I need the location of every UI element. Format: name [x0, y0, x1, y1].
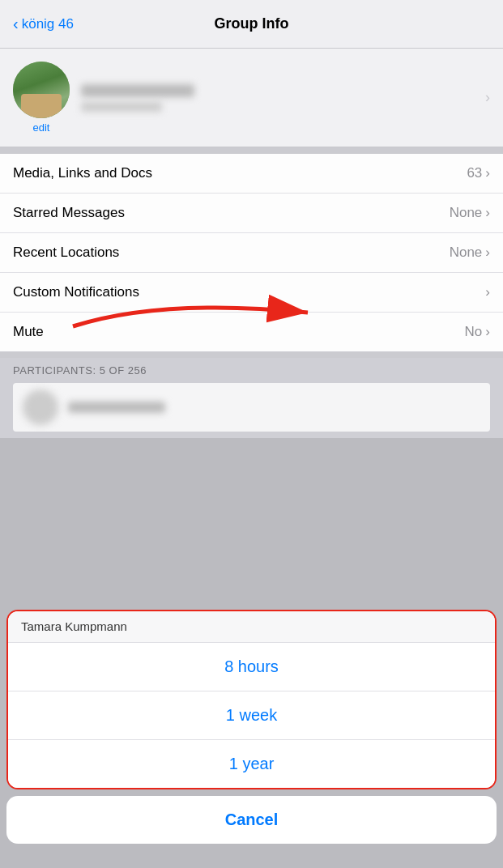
locations-value: None: [450, 245, 483, 261]
page-title: Group Info: [215, 15, 289, 32]
nav-back-button[interactable]: ‹ könig 46: [13, 15, 74, 33]
media-links-docs-value: 63 ›: [467, 165, 490, 181]
nav-bar: ‹ könig 46 Group Info: [0, 0, 503, 49]
media-chevron-icon: ›: [485, 165, 490, 181]
option-1-week-label: 1 week: [226, 706, 277, 725]
starred-chevron-icon: ›: [485, 205, 490, 221]
mute-status: No: [465, 324, 483, 340]
media-links-docs-row[interactable]: Media, Links and Docs 63 ›: [0, 154, 503, 194]
starred-messages-label: Starred Messages: [13, 205, 125, 221]
avatar-image: [13, 62, 70, 118]
mute-chevron-icon: ›: [485, 324, 490, 340]
participant-name-tamara: Tamara Kumpmann: [21, 619, 127, 633]
action-sheet-options: Tamara Kumpmann 8 hours 1 week 1 year: [6, 610, 497, 789]
cancel-button[interactable]: Cancel: [6, 796, 497, 844]
cancel-label: Cancel: [225, 811, 279, 829]
recent-locations-label: Recent Locations: [13, 245, 119, 261]
option-1-year[interactable]: 1 year: [8, 740, 495, 788]
participant-name-1: [68, 402, 165, 413]
starred-messages-row[interactable]: Starred Messages None ›: [0, 194, 503, 233]
recent-locations-value: None ›: [450, 245, 490, 261]
bottom-sheet: Tamara Kumpmann 8 hours 1 week 1 year Ca…: [0, 610, 503, 868]
avatar: [13, 62, 70, 118]
content-area: edit › Media, Links and Docs 63 › Starre…: [0, 49, 503, 438]
starred-value: None: [450, 205, 483, 221]
option-1-week[interactable]: 1 week: [8, 691, 495, 740]
media-links-docs-label: Media, Links and Docs: [13, 165, 152, 181]
menu-section: Media, Links and Docs 63 › Starred Messa…: [0, 154, 503, 351]
option-8-hours[interactable]: 8 hours: [8, 643, 495, 691]
group-subtitle-blurred: [81, 102, 162, 112]
participant-avatar-1: [23, 389, 58, 425]
notifications-chevron-icon: ›: [485, 284, 490, 300]
option-1-year-label: 1 year: [229, 755, 275, 773]
mute-row[interactable]: Mute No ›: [0, 313, 503, 351]
option-8-hours-label: 8 hours: [224, 657, 279, 676]
recent-locations-row[interactable]: Recent Locations None ›: [0, 233, 503, 273]
mute-label: Mute: [13, 324, 44, 340]
participants-section: PARTICIPANTS: 5 OF 256: [0, 358, 503, 438]
avatar-container[interactable]: edit: [13, 62, 70, 134]
custom-notifications-label: Custom Notifications: [13, 284, 139, 300]
participant-row-1[interactable]: [13, 383, 490, 432]
starred-messages-value: None ›: [450, 205, 490, 221]
edit-label[interactable]: edit: [33, 121, 50, 134]
back-label[interactable]: könig 46: [22, 16, 74, 32]
custom-notifications-row[interactable]: Custom Notifications ›: [0, 273, 503, 313]
profile-name-area: [81, 84, 485, 112]
profile-chevron-icon: ›: [485, 89, 490, 106]
mute-value: No ›: [465, 324, 490, 340]
chevron-left-icon: ‹: [13, 15, 19, 33]
media-count: 63: [467, 165, 482, 181]
locations-chevron-icon: ›: [485, 245, 490, 261]
participants-label: PARTICIPANTS: 5 OF 256: [13, 364, 490, 377]
custom-notifications-value: ›: [485, 284, 490, 300]
profile-section: edit ›: [0, 49, 503, 147]
group-name-blurred: [81, 84, 194, 97]
